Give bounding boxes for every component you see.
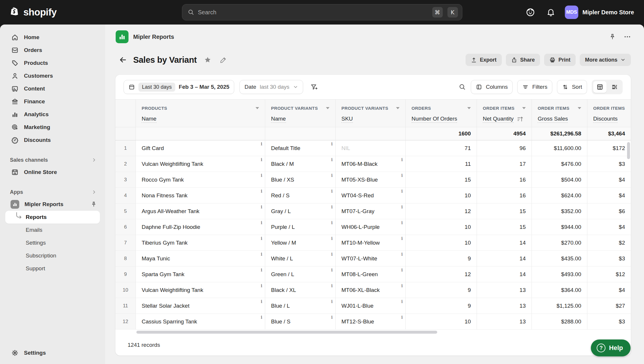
cell-net-quantity[interactable]: 14: [477, 235, 532, 251]
cell-orders[interactable]: 9: [406, 251, 477, 267]
cell-product-name[interactable]: Argus All-Weather Tank: [136, 203, 265, 219]
sidebar-item-mipler-reports[interactable]: Mipler Reports: [5, 198, 91, 211]
table-row[interactable]: 2 Vulcan Weightlifting Tank Black / M MT…: [115, 156, 631, 172]
cell-discounts[interactable]: $4: [587, 219, 631, 235]
cell-sku[interactable]: MT06-XL-Black: [336, 282, 406, 298]
cell-orders[interactable]: 9: [406, 282, 477, 298]
info-icon[interactable]: [261, 252, 262, 256]
sidebar-item-finance[interactable]: Finance: [5, 95, 100, 108]
apps-header[interactable]: Apps: [5, 186, 100, 198]
info-icon[interactable]: [331, 252, 333, 256]
sort-descending-icon[interactable]: [517, 116, 524, 122]
cell-net-quantity[interactable]: 14: [477, 267, 532, 282]
cell-net-quantity[interactable]: 13: [477, 314, 532, 330]
cell-discounts[interactable]: $3: [587, 314, 631, 330]
cell-net-quantity[interactable]: 16: [477, 172, 532, 188]
info-icon[interactable]: [261, 315, 262, 319]
column-header-sku[interactable]: SKU: [336, 111, 406, 127]
cell-orders[interactable]: 10: [406, 235, 477, 251]
cell-variant-name[interactable]: Blue / L: [265, 298, 336, 314]
cell-orders[interactable]: 12: [406, 267, 477, 282]
cell-variant-name[interactable]: Blue / S: [265, 314, 336, 330]
cell-product-name[interactable]: Tiberius Gym Tank: [136, 235, 265, 251]
cell-orders[interactable]: 12: [406, 203, 477, 219]
group-header-products[interactable]: PRODUCTS: [136, 100, 265, 111]
cell-gross-sales[interactable]: $493.00: [532, 267, 587, 282]
info-icon[interactable]: [331, 221, 333, 225]
info-icon[interactable]: [261, 158, 262, 162]
cell-discounts[interactable]: $172: [587, 140, 631, 156]
info-icon[interactable]: [331, 315, 333, 319]
cell-net-quantity[interactable]: 15: [477, 203, 532, 219]
sidebar-item-products[interactable]: Products: [5, 57, 100, 69]
table-row[interactable]: 9 Sparta Gym Tank Green / L MT08-L-Green…: [115, 267, 631, 282]
sales-channels-header[interactable]: Sales channels: [5, 154, 100, 166]
cell-discounts[interactable]: $2: [587, 235, 631, 251]
group-header-order-items-discounts[interactable]: ORDER ITEMS: [587, 100, 631, 111]
group-header-order-items-qty[interactable]: ORDER ITEMS: [477, 100, 532, 111]
cell-variant-name[interactable]: White / L: [265, 251, 336, 267]
cell-product-name[interactable]: Cassius Sparring Tank: [136, 314, 265, 330]
cell-net-quantity[interactable]: 13: [477, 282, 532, 298]
cell-variant-name[interactable]: Purple / L: [265, 219, 336, 235]
info-icon[interactable]: [261, 173, 262, 177]
cell-gross-sales[interactable]: $270.00: [532, 235, 587, 251]
cell-sku[interactable]: WT07-L-White: [336, 251, 406, 267]
cell-product-name[interactable]: Vulcan Weightlifting Tank: [136, 282, 265, 298]
sidebar-item-emails[interactable]: Emails: [5, 224, 100, 236]
group-header-orders[interactable]: ORDERS: [406, 100, 477, 111]
sort-button[interactable]: Sort: [557, 80, 587, 94]
cell-sku[interactable]: MT05-XS-Blue: [336, 172, 406, 188]
global-search[interactable]: ⌘ K: [182, 4, 462, 20]
cell-sku[interactable]: MT12-S-Blue: [336, 314, 406, 330]
sidekick-assistant-icon[interactable]: [524, 6, 537, 19]
info-icon[interactable]: [331, 236, 333, 241]
sidebar-item-support[interactable]: Support: [5, 262, 100, 275]
cell-net-quantity[interactable]: 14: [477, 251, 532, 267]
cell-gross-sales[interactable]: $504.00: [532, 172, 587, 188]
cell-gross-sales[interactable]: $944.00: [532, 219, 587, 235]
column-menu-icon[interactable]: [522, 107, 526, 109]
cell-gross-sales[interactable]: $288.00: [532, 314, 587, 330]
column-header-number-of-orders[interactable]: Number Of Orders: [406, 111, 477, 127]
vertical-scrollbar-thumb[interactable]: [627, 142, 630, 159]
cell-product-name[interactable]: Stellar Solar Jacket: [136, 298, 265, 314]
info-icon[interactable]: [261, 142, 262, 146]
column-header-product-name[interactable]: Name: [136, 111, 265, 127]
cell-variant-name[interactable]: Yellow / M: [265, 235, 336, 251]
cell-variant-name[interactable]: Green / L: [265, 267, 336, 282]
column-menu-icon[interactable]: [326, 107, 329, 109]
cell-product-name[interactable]: Vulcan Weightlifting Tank: [136, 156, 265, 172]
cell-variant-name[interactable]: Blue / XS: [265, 172, 336, 188]
column-menu-icon[interactable]: [467, 107, 471, 109]
cell-sku[interactable]: MT10-M-Yellow: [336, 235, 406, 251]
cell-discounts[interactable]: $27: [587, 298, 631, 314]
info-icon[interactable]: [261, 205, 262, 209]
cell-gross-sales[interactable]: $624.00: [532, 188, 587, 203]
cell-net-quantity[interactable]: 17: [477, 156, 532, 172]
cell-variant-name[interactable]: Default Title: [265, 140, 336, 156]
cell-sku[interactable]: WH06-L-Purple: [336, 219, 406, 235]
info-icon[interactable]: [401, 189, 403, 193]
cell-sku[interactable]: MT06-M-Black: [336, 156, 406, 172]
help-button[interactable]: ? Help: [591, 339, 631, 356]
cell-gross-sales[interactable]: $476.00: [532, 156, 587, 172]
add-filter-icon[interactable]: [308, 80, 320, 94]
cell-discounts[interactable]: $3: [587, 156, 631, 172]
group-header-product-variants[interactable]: PRODUCT VARIANTS: [265, 100, 336, 111]
cell-discounts[interactable]: $4: [587, 282, 631, 298]
share-button[interactable]: Share: [506, 54, 540, 66]
cell-orders[interactable]: 11: [406, 156, 477, 172]
sidebar-item-settings[interactable]: Settings: [5, 346, 100, 359]
info-icon[interactable]: [261, 221, 262, 225]
column-header-discounts[interactable]: Discounts: [587, 111, 631, 127]
sidebar-item-content[interactable]: Content: [5, 82, 100, 95]
sidebar-item-online-store[interactable]: Online Store: [5, 166, 100, 179]
table-row[interactable]: 10 Vulcan Weightlifting Tank Black / XL …: [115, 282, 631, 298]
horizontal-scrollbar-thumb[interactable]: [136, 331, 437, 334]
cell-discounts[interactable]: $4: [587, 188, 631, 203]
sidebar-item-analytics[interactable]: Analytics: [5, 108, 100, 121]
group-header-order-items-gross[interactable]: ORDER ITEMS: [532, 100, 587, 111]
info-icon[interactable]: [401, 268, 403, 272]
cell-gross-sales[interactable]: $435.00: [532, 251, 587, 267]
